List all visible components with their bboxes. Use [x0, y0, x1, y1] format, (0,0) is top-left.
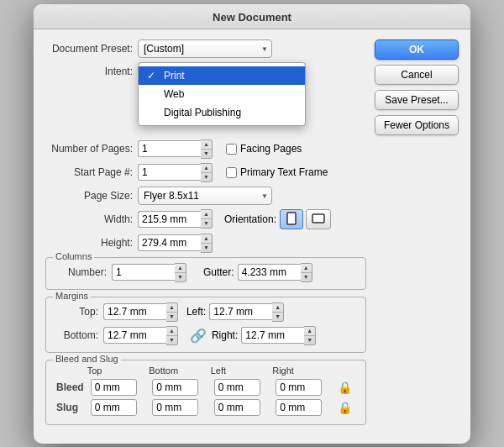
bleed-right-input[interactable] — [276, 379, 322, 396]
col-left-header: Left — [211, 365, 273, 377]
width-arrows: ▲ ▼ — [201, 209, 213, 229]
top-input[interactable] — [103, 303, 166, 320]
bleed-top-cell — [87, 377, 150, 397]
col-right-header: Right — [272, 365, 334, 377]
bottom-label: Bottom: — [53, 329, 103, 341]
page-size-select[interactable]: Flyer 8.5x11 — [138, 187, 272, 205]
margins-section: Margins Top: ▲ ▼ Left: ▲ — [45, 297, 366, 353]
left-up-arrow[interactable]: ▲ — [272, 303, 283, 313]
left-down-arrow[interactable]: ▼ — [272, 313, 283, 321]
slug-label: Slug — [53, 397, 87, 418]
width-label: Width: — [45, 213, 138, 225]
bleed-slug-table: Top Bottom Left Right Bleed — [53, 365, 359, 418]
bottom-down-arrow[interactable]: ▼ — [166, 336, 177, 344]
bleed-left-cell — [211, 377, 273, 397]
height-arrows: ▲ ▼ — [201, 234, 213, 253]
bleed-slug-label: Bleed and Slug — [53, 354, 121, 364]
right-down-arrow[interactable]: ▼ — [304, 336, 315, 344]
height-label: Height: — [45, 237, 138, 249]
new-document-dialog: New Document Document Preset: [Custom] I… — [34, 4, 470, 444]
col-top-header: Top — [87, 365, 150, 377]
cancel-button[interactable]: Cancel — [375, 65, 459, 85]
portrait-button[interactable] — [280, 209, 303, 229]
bleed-lock-icon[interactable]: 🔒 — [338, 381, 352, 394]
columns-section: Columns Number: ▲ ▼ Gutter: ▲ — [45, 257, 366, 290]
slug-left-cell — [211, 397, 273, 418]
primary-text-frame-checkbox[interactable] — [226, 167, 237, 178]
bleed-bottom-input[interactable] — [152, 379, 198, 396]
bottom-input[interactable] — [103, 327, 166, 344]
width-up-arrow[interactable]: ▲ — [201, 210, 212, 219]
start-page-input[interactable] — [138, 164, 201, 181]
bottom-arrows: ▲ ▼ — [166, 326, 178, 345]
pages-down-arrow[interactable]: ▼ — [201, 150, 212, 158]
number-of-pages-label: Number of Pages: — [45, 143, 138, 155]
right-input[interactable] — [241, 327, 304, 344]
svg-rect-1 — [312, 214, 324, 223]
intent-dropdown: ✓ Print Web Digital Publishing — [138, 62, 306, 126]
intent-option-web[interactable]: Web — [139, 85, 305, 103]
columns-number-input[interactable] — [112, 264, 175, 281]
facing-pages-label: Facing Pages — [240, 143, 302, 155]
slug-left-input[interactable] — [214, 399, 260, 416]
slug-right-cell — [272, 397, 334, 418]
gutter-up-arrow[interactable]: ▲ — [301, 264, 312, 273]
width-input[interactable] — [138, 211, 201, 228]
slug-bottom-cell — [149, 397, 211, 418]
start-up-arrow[interactable]: ▲ — [201, 164, 212, 173]
fewer-options-button[interactable]: Fewer Options — [375, 115, 459, 135]
bottom-up-arrow[interactable]: ▲ — [166, 327, 177, 336]
facing-pages-checkbox[interactable] — [226, 144, 237, 155]
intent-option-print[interactable]: ✓ Print — [139, 66, 305, 85]
gutter-down-arrow[interactable]: ▼ — [301, 273, 312, 281]
document-preset-label: Document Preset: — [45, 43, 138, 55]
left-input[interactable] — [209, 303, 272, 320]
height-input[interactable] — [138, 234, 201, 251]
document-preset-row: Document Preset: [Custom] — [45, 39, 366, 58]
bottom-spinner: ▲ ▼ — [103, 326, 178, 345]
bleed-right-cell — [272, 377, 334, 397]
col-down-arrow[interactable]: ▼ — [175, 273, 186, 281]
chain-icon[interactable]: 🔗 — [190, 328, 207, 344]
right-up-arrow[interactable]: ▲ — [304, 327, 315, 336]
ok-button[interactable]: OK — [375, 39, 459, 60]
columns-number-spinner: ▲ ▼ — [112, 263, 186, 282]
document-preset-wrapper: [Custom] — [138, 39, 272, 58]
bleed-left-input[interactable] — [214, 379, 260, 396]
width-down-arrow[interactable]: ▼ — [201, 219, 212, 228]
height-row: Height: ▲ ▼ — [45, 234, 366, 253]
main-area: Document Preset: [Custom] Intent: Print — [45, 39, 366, 432]
number-of-pages-spinner: ▲ ▼ — [138, 139, 213, 159]
primary-text-frame-label: Primary Text Frame — [240, 166, 328, 178]
right-label: Right: — [212, 329, 238, 341]
margins-section-label: Margins — [53, 291, 91, 301]
page-size-wrapper: Flyer 8.5x11 — [138, 187, 272, 205]
document-preset-select[interactable]: [Custom] — [138, 39, 272, 58]
top-down-arrow[interactable]: ▼ — [166, 313, 177, 321]
col-up-arrow[interactable]: ▲ — [175, 264, 186, 273]
slug-lock-icon[interactable]: 🔒 — [338, 401, 352, 414]
orientation-buttons — [280, 209, 331, 229]
left-label: Left: — [186, 306, 206, 318]
start-page-arrows: ▲ ▼ — [201, 163, 213, 182]
bleed-row: Bleed — [53, 377, 359, 397]
slug-top-cell — [87, 397, 150, 418]
save-preset-button[interactable]: Save Preset... — [375, 90, 459, 110]
landscape-button[interactable] — [306, 209, 331, 229]
slug-top-input[interactable] — [91, 399, 137, 416]
slug-right-input[interactable] — [276, 399, 322, 416]
gutter-input[interactable] — [238, 264, 301, 281]
intent-option-digital[interactable]: Digital Publishing — [139, 103, 305, 122]
width-orientation-row: Width: ▲ ▼ Orientation: — [45, 209, 366, 229]
gutter-label: Gutter: — [203, 266, 234, 278]
top-up-arrow[interactable]: ▲ — [166, 303, 177, 313]
bleed-top-input[interactable] — [91, 379, 137, 396]
number-of-pages-input[interactable] — [138, 140, 201, 157]
start-down-arrow[interactable]: ▼ — [201, 173, 212, 181]
pages-up-arrow[interactable]: ▲ — [201, 140, 212, 150]
orientation-label: Orientation: — [224, 213, 276, 225]
height-down-arrow[interactable]: ▼ — [201, 244, 212, 252]
slug-bottom-input[interactable] — [152, 399, 198, 416]
bleed-table-header: Top Bottom Left Right — [53, 365, 359, 377]
height-up-arrow[interactable]: ▲ — [201, 234, 212, 244]
